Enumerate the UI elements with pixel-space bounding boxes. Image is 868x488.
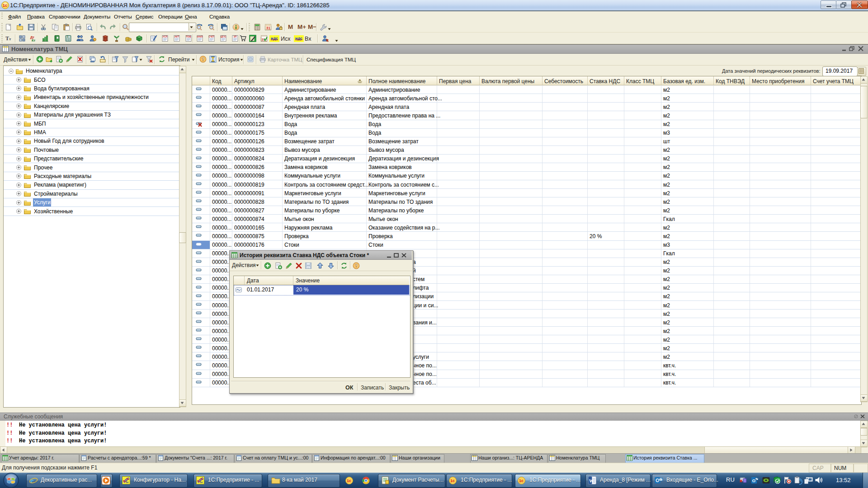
svg-text:СЧЕТ: СЧЕТ [209, 36, 214, 38]
svg-text:1с: 1с [450, 479, 455, 483]
svg-text:Кт: Кт [32, 38, 36, 42]
svg-text:?: ? [355, 263, 358, 268]
svg-text:1с: 1с [519, 479, 524, 483]
svg-text:1с: 1с [3, 3, 7, 8]
svg-text:O: O [656, 478, 659, 483]
svg-text:ЗП: ЗП [234, 35, 237, 38]
svg-text:ток: ток [307, 267, 310, 269]
svg-text:т: т [9, 37, 11, 41]
svg-text:1с: 1с [126, 481, 129, 483]
svg-text:1с: 1с [347, 479, 351, 483]
svg-text:31: 31 [266, 26, 271, 30]
svg-text:ТОВ: ТОВ [186, 35, 191, 38]
svg-text:T: T [5, 35, 9, 42]
svg-text:УСЛ: УСЛ [163, 35, 168, 38]
svg-text:e: e [30, 476, 34, 485]
svg-text:?: ? [202, 56, 205, 62]
svg-text:НАКЛ: НАКЛ [197, 36, 203, 38]
svg-text:АКТ: АКТ [175, 35, 179, 38]
svg-text:ЦЕХ1: ЦЕХ1 [221, 36, 226, 38]
svg-text:O: O [752, 478, 755, 483]
svg-text:1с: 1с [200, 481, 203, 483]
